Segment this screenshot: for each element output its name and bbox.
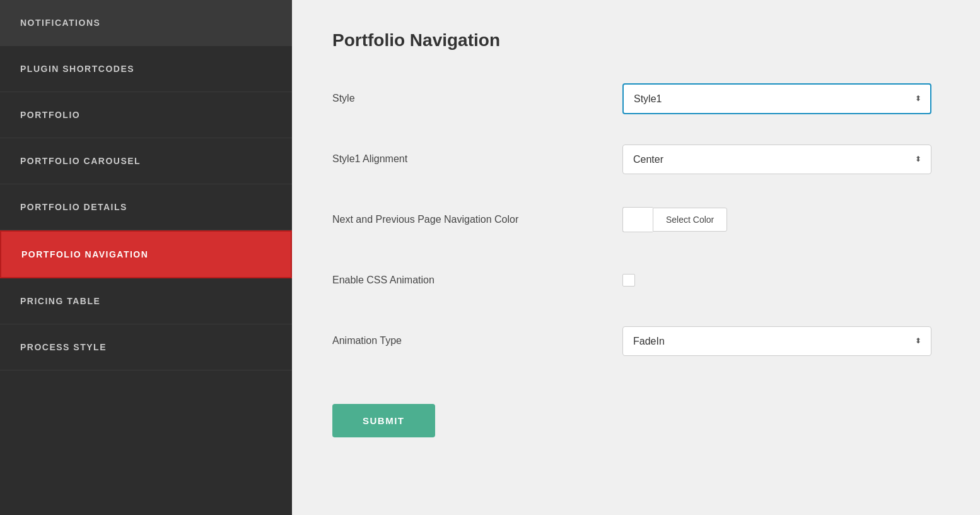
sidebar-item-plugin-shortcodes[interactable]: PLUGIN SHORTCODES [0, 46, 292, 92]
alignment-select[interactable]: Left Center Right [622, 145, 931, 174]
animation-type-select-wrapper: FadeIn SlideIn Bounce ⬍ [622, 326, 931, 356]
sidebar-item-notifications[interactable]: NOTIFICATIONS [0, 0, 292, 46]
css-animation-control [622, 274, 940, 287]
css-animation-row: Enable CSS Animation [332, 263, 940, 298]
sidebar-item-portfolio-carousel[interactable]: PORTFOLIO CAROUSEL [0, 138, 292, 184]
animation-type-select[interactable]: FadeIn SlideIn Bounce [622, 326, 931, 356]
select-color-button[interactable]: Select Color [653, 208, 727, 232]
alignment-label: Style1 Alignment [332, 153, 622, 165]
style-select-wrapper: Style1 Style2 Style3 ⬍ [622, 83, 931, 114]
submit-button[interactable]: SUBMIT [332, 404, 435, 437]
alignment-select-wrapper: Left Center Right ⬍ [622, 145, 931, 174]
alignment-control: Left Center Right ⬍ [622, 145, 940, 174]
style-select[interactable]: Style1 Style2 Style3 [622, 83, 931, 114]
style-label: Style [332, 93, 622, 104]
style-control: Style1 Style2 Style3 ⬍ [622, 83, 940, 114]
animation-type-row: Animation Type FadeIn SlideIn Bounce ⬍ [332, 323, 940, 358]
color-swatch[interactable] [622, 207, 653, 232]
nav-color-control: Select Color [622, 207, 940, 232]
sidebar-item-pricing-table[interactable]: PRICING TABLE [0, 278, 292, 324]
page-title: Portfolio Navigation [332, 30, 940, 50]
color-picker-wrapper: Select Color [622, 207, 940, 232]
sidebar-item-portfolio[interactable]: PORTFOLIO [0, 92, 292, 138]
sidebar-item-process-style[interactable]: PROCESS STYLE [0, 324, 292, 370]
css-animation-checkbox[interactable] [622, 274, 635, 287]
style-row: Style Style1 Style2 Style3 ⬍ [332, 81, 940, 116]
css-animation-label: Enable CSS Animation [332, 275, 622, 286]
animation-type-control: FadeIn SlideIn Bounce ⬍ [622, 326, 940, 356]
nav-color-row: Next and Previous Page Navigation Color … [332, 202, 940, 237]
alignment-row: Style1 Alignment Left Center Right ⬍ [332, 141, 940, 177]
sidebar: NOTIFICATIONS PLUGIN SHORTCODES PORTFOLI… [0, 0, 292, 515]
nav-color-label: Next and Previous Page Navigation Color [332, 214, 622, 225]
sidebar-item-portfolio-details[interactable]: PORTFOLIO DETAILS [0, 184, 292, 230]
animation-type-label: Animation Type [332, 335, 622, 346]
sidebar-item-portfolio-navigation[interactable]: PORTFOLIO NAVIGATION [0, 230, 292, 278]
main-content: Portfolio Navigation Style Style1 Style2… [292, 0, 980, 515]
checkbox-wrapper [622, 274, 940, 287]
